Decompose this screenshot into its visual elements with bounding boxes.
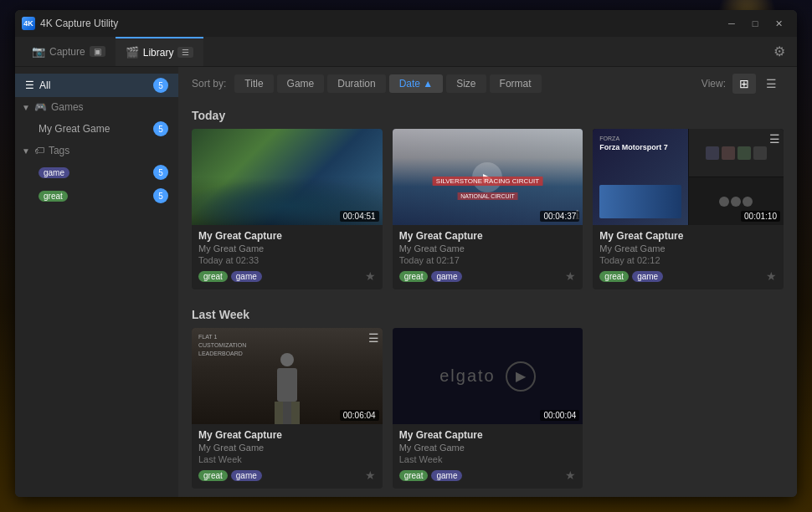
sidebar-group-tags[interactable]: ▼ 🏷 Tags <box>15 141 178 161</box>
pubg-leg-right <box>291 402 300 424</box>
card-3-thumbnail: FORZA Forza Motorsport 7 <box>593 129 784 225</box>
card-1-footer: great game ★ <box>198 269 376 283</box>
card-2[interactable]: ▶ SILVERSTONE RACING CIRCUIT NATIONAL CI… <box>393 129 583 289</box>
all-icon: ☰ <box>25 79 34 91</box>
card-3-time: Today at 02:12 <box>599 255 777 265</box>
sidebar-games-label: Games <box>51 101 84 113</box>
forza-icon-1 <box>706 146 719 160</box>
capture-badge: ▣ <box>90 46 105 57</box>
card-2-footer: great game ★ <box>399 269 577 283</box>
tag-great-pill: great <box>39 191 68 202</box>
window-controls: ─ □ ✕ <box>720 15 790 32</box>
settings-button[interactable]: ⚙ <box>768 40 790 63</box>
forza-icons-grid <box>702 143 770 163</box>
sort-format-button[interactable]: Format <box>490 74 542 93</box>
card-2-time: Today at 02:17 <box>399 255 577 265</box>
card-2-star-button[interactable]: ★ <box>565 269 576 283</box>
card-3-star-button[interactable]: ★ <box>766 269 777 283</box>
card-5-title: My Great Capture <box>399 429 577 441</box>
card-3-duration: 00:01:10 <box>741 211 780 222</box>
capture-icon: 📷 <box>32 45 45 58</box>
card-1-tag-game: game <box>231 271 262 282</box>
pubg-leg-left <box>275 402 283 424</box>
card-2-tag-great: great <box>399 271 429 282</box>
card-1-tag-great: great <box>198 271 228 282</box>
card-5[interactable]: elgato ▶ 00:00:04 My Great Capture My Gr… <box>393 328 583 489</box>
card-1-time: Today at 02:33 <box>198 255 376 265</box>
all-count-badge: 5 <box>153 78 168 93</box>
tab-library[interactable]: 🎬 Library ☰ <box>116 37 204 66</box>
card-3-corner-icon: ☰ <box>769 132 780 146</box>
sidebar-all-label: All <box>39 79 50 91</box>
card-2-game: My Great Game <box>399 243 577 253</box>
forza-dot-3 <box>743 197 753 207</box>
pubg-legs <box>275 402 300 424</box>
sidebar-item-my-great-game[interactable]: My Great Game 5 <box>15 117 178 141</box>
section-lastweek-title: Last Week <box>192 300 784 328</box>
card-3[interactable]: FORZA Forza Motorsport 7 <box>593 129 784 289</box>
sidebar-group-games[interactable]: ▼ 🎮 Games <box>15 97 178 117</box>
card-3-tag-game: game <box>632 271 663 282</box>
card-2-thumbnail: ▶ SILVERSTONE RACING CIRCUIT NATIONAL CI… <box>393 129 583 225</box>
grid-view-button[interactable]: ⊞ <box>732 74 756 94</box>
forza-dot-1 <box>719 197 729 207</box>
card-1[interactable]: 00:04:51 My Great Capture My Great Game … <box>192 129 383 289</box>
card-5-tag-game: game <box>431 470 462 481</box>
sort-duration-button[interactable]: Duration <box>327 74 385 93</box>
list-view-button[interactable]: ☰ <box>759 74 784 94</box>
card-4-tag-game: game <box>231 470 262 481</box>
games-icon: 🎮 <box>34 101 47 113</box>
card-1-star-button[interactable]: ★ <box>365 269 376 283</box>
minimize-button[interactable]: ─ <box>720 15 743 32</box>
forza-brand: FORZA <box>599 136 681 141</box>
card-4-body: My Great Capture My Great Game Last Week… <box>192 424 383 489</box>
card-5-star-button[interactable]: ★ <box>565 468 576 482</box>
pubg-hud: FLAT 1 CUSTOMIZATION LEADERBOARD <box>198 333 246 357</box>
elgato-logo-circle: ▶ <box>506 361 536 392</box>
card-2-tags: great game <box>399 271 463 282</box>
sort-bar: Sort by: Title Game Duration Date ▲ Size… <box>178 67 797 100</box>
card-3-body: My Great Capture My Great Game Today at … <box>593 225 784 289</box>
card-1-tags: great game <box>198 271 262 282</box>
section-today-title: Today <box>192 100 784 129</box>
sidebar-item-all[interactable]: ☰ All 5 <box>15 74 178 97</box>
pubg-character <box>266 353 308 424</box>
sort-game-button[interactable]: Game <box>277 74 325 93</box>
card-5-duration: 00:00:04 <box>540 410 579 421</box>
card-4[interactable]: FLAT 1 CUSTOMIZATION LEADERBOARD ☰ 00:06… <box>192 328 383 489</box>
card-2-duration: 00:04:37 <box>540 211 579 222</box>
card-3-tag-great: great <box>599 271 629 282</box>
games-chevron-icon: ▼ <box>22 103 30 112</box>
card-5-body: My Great Capture My Great Game Last Week… <box>393 424 583 489</box>
sort-date-button[interactable]: Date ▲ <box>389 74 444 93</box>
right-panel: Sort by: Title Game Duration Date ▲ Size… <box>178 67 797 497</box>
card-3-game: My Great Game <box>599 243 777 253</box>
my-great-game-label: My Great Game <box>39 123 110 135</box>
card-2-body: My Great Capture My Great Game Today at … <box>393 225 583 289</box>
card-3-title: My Great Capture <box>599 230 777 242</box>
sidebar-item-tag-great[interactable]: great 5 <box>15 184 178 207</box>
card-4-time: Last Week <box>198 454 376 464</box>
sidebar-item-tag-game[interactable]: game 5 <box>15 161 178 184</box>
forza-main-cell: FORZA Forza Motorsport 7 <box>593 129 687 225</box>
tag-great-badge: 5 <box>153 188 168 203</box>
tab-capture-label: Capture <box>49 46 85 58</box>
pubg-hud-line1: FLAT 1 <box>198 333 246 341</box>
card-4-star-button[interactable]: ★ <box>365 468 376 482</box>
sort-title-button[interactable]: Title <box>234 74 273 93</box>
card-4-thumbnail: FLAT 1 CUSTOMIZATION LEADERBOARD ☰ 00:06… <box>192 328 383 424</box>
forza-icon-2 <box>722 146 735 160</box>
content-scroll[interactable]: Today 00:04:51 My Great Capture My Great… <box>178 100 797 497</box>
close-button[interactable]: ✕ <box>767 15 790 32</box>
view-controls: View: ⊞ ☰ <box>702 74 784 94</box>
card-4-duration: 00:06:04 <box>340 410 379 421</box>
card-1-title: My Great Capture <box>198 230 376 242</box>
sort-size-button[interactable]: Size <box>446 74 486 93</box>
main-window: 4K 4K Capture Utility ─ □ ✕ 📷 Capture ▣ … <box>15 10 797 497</box>
forza-car-silhouette <box>599 185 681 218</box>
maximize-button[interactable]: □ <box>743 15 767 32</box>
forza-title: Forza Motorsport 7 <box>599 143 681 151</box>
main-content: ☰ All 5 ▼ 🎮 Games My Great Game 5 ▼ 🏷 Ta… <box>15 67 797 497</box>
card-5-game: My Great Game <box>399 443 577 453</box>
tab-capture[interactable]: 📷 Capture ▣ <box>22 37 116 66</box>
